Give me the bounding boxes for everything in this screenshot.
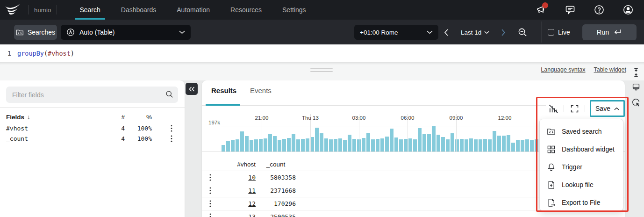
kebab-menu-icon[interactable] bbox=[202, 187, 219, 194]
brand-name[interactable]: humio bbox=[34, 7, 51, 14]
histogram-bar[interactable] bbox=[348, 135, 351, 152]
histogram-bar[interactable] bbox=[292, 134, 295, 152]
histogram-bar[interactable] bbox=[376, 139, 379, 152]
histogram-bar[interactable] bbox=[408, 138, 412, 152]
histogram-bar[interactable] bbox=[362, 138, 365, 152]
histogram-bar[interactable] bbox=[287, 138, 291, 152]
histogram-bar[interactable] bbox=[334, 139, 337, 152]
histogram-bar[interactable] bbox=[432, 126, 436, 152]
histogram-bar[interactable] bbox=[320, 133, 323, 152]
nav-item-resources[interactable]: Resources bbox=[220, 0, 272, 20]
menu-item-saved-search[interactable]: Saved search bbox=[540, 123, 623, 140]
histogram-bar[interactable] bbox=[413, 139, 417, 152]
histogram-bar[interactable] bbox=[479, 139, 482, 152]
count-column-header[interactable]: _count bbox=[256, 161, 296, 168]
vhost-value-link[interactable]: 13 bbox=[219, 213, 256, 217]
crowdstrike-falcon-logo[interactable] bbox=[5, 3, 22, 16]
sort-down-icon[interactable]: ↓ bbox=[27, 114, 30, 121]
histogram-bar[interactable] bbox=[278, 140, 281, 152]
menu-item-dashboard-widget[interactable]: Dashboard widget bbox=[540, 140, 623, 158]
announcements-icon[interactable] bbox=[536, 4, 547, 15]
histogram-bar[interactable] bbox=[343, 140, 347, 152]
histogram-bar[interactable] bbox=[390, 129, 394, 152]
histogram-bar[interactable] bbox=[296, 139, 300, 152]
histogram-bar[interactable] bbox=[236, 139, 239, 152]
histogram-bar[interactable] bbox=[338, 138, 342, 152]
menu-item-export-to-file[interactable]: Export to File bbox=[540, 194, 623, 211]
fields-header-label[interactable]: Fields bbox=[6, 114, 24, 121]
time-back-button[interactable] bbox=[444, 25, 449, 40]
nav-item-automation[interactable]: Automation bbox=[166, 0, 220, 20]
histogram-bar[interactable] bbox=[310, 137, 314, 152]
histogram-bar[interactable] bbox=[306, 138, 309, 152]
interactive-pointer-icon[interactable] bbox=[631, 97, 642, 108]
histogram-bar[interactable] bbox=[497, 136, 501, 152]
histogram-bar[interactable] bbox=[231, 140, 235, 152]
collapse-vertical-icon[interactable] bbox=[631, 67, 642, 79]
resize-handle[interactable] bbox=[310, 68, 333, 74]
time-forward-button[interactable] bbox=[501, 25, 506, 40]
table-row[interactable]: 13 2500535 bbox=[202, 210, 625, 217]
histogram-bar[interactable] bbox=[264, 138, 267, 152]
field-row[interactable]: _count 4 100% bbox=[0, 133, 185, 144]
histogram-bar[interactable] bbox=[441, 137, 445, 152]
histogram-bar[interactable] bbox=[525, 139, 529, 152]
histogram-bar[interactable] bbox=[254, 139, 258, 152]
save-button[interactable]: Save bbox=[590, 100, 625, 117]
histogram-bar[interactable] bbox=[245, 136, 249, 152]
nav-item-settings[interactable]: Settings bbox=[272, 0, 316, 20]
run-button[interactable]: Run bbox=[582, 24, 637, 40]
histogram-bar[interactable] bbox=[488, 139, 492, 152]
histogram-bar[interactable] bbox=[436, 135, 440, 152]
tab-events[interactable]: Events bbox=[250, 87, 272, 94]
histogram-bar[interactable] bbox=[474, 139, 478, 152]
histogram-bar[interactable] bbox=[535, 139, 538, 152]
field-name[interactable]: #vhost bbox=[0, 125, 108, 132]
kebab-menu-icon[interactable] bbox=[158, 125, 185, 132]
menu-item-trigger[interactable]: Trigger bbox=[540, 158, 623, 176]
histogram-bar[interactable] bbox=[329, 139, 333, 152]
histogram-bar[interactable] bbox=[222, 145, 225, 152]
histogram-bar[interactable] bbox=[493, 131, 496, 152]
histogram-bar[interactable] bbox=[422, 134, 426, 152]
query-text[interactable]: groupBy(#vhost) bbox=[17, 50, 74, 57]
field-row[interactable]: #vhost 4 100% bbox=[0, 123, 185, 133]
histogram-bar[interactable] bbox=[282, 139, 286, 152]
histogram-bar[interactable] bbox=[507, 135, 510, 152]
fullscreen-icon[interactable] bbox=[569, 103, 580, 114]
zoom-out-time-icon[interactable] bbox=[518, 25, 528, 40]
histogram-bar[interactable] bbox=[511, 143, 515, 152]
histogram-bar[interactable] bbox=[301, 139, 305, 152]
feedback-icon[interactable] bbox=[565, 4, 576, 15]
filter-fields-input[interactable] bbox=[6, 87, 178, 103]
histogram-bar[interactable] bbox=[516, 140, 520, 152]
histogram-bar[interactable] bbox=[385, 137, 389, 152]
histogram-bar[interactable] bbox=[451, 133, 454, 152]
vhost-value-link[interactable]: 12 bbox=[219, 200, 256, 207]
tab-results[interactable]: Results bbox=[211, 87, 236, 94]
timezone-select[interactable]: +01:00 Rome bbox=[354, 25, 438, 40]
vhost-value-link[interactable]: 11 bbox=[219, 187, 256, 194]
histogram-bar[interactable] bbox=[380, 138, 384, 152]
help-icon[interactable] bbox=[594, 4, 605, 15]
histogram-bar[interactable] bbox=[460, 139, 464, 152]
histogram-bar[interactable] bbox=[399, 139, 403, 152]
field-name[interactable]: _count bbox=[0, 135, 108, 142]
histogram-bar[interactable] bbox=[315, 128, 319, 152]
table-widget-link[interactable]: Table widget bbox=[594, 66, 627, 73]
account-icon[interactable] bbox=[623, 4, 634, 15]
histogram-bar[interactable] bbox=[521, 140, 524, 152]
histogram-bar[interactable] bbox=[226, 141, 230, 152]
collapse-fields-panel-button[interactable] bbox=[186, 83, 198, 95]
histogram-bar[interactable] bbox=[530, 140, 534, 152]
kebab-menu-icon[interactable] bbox=[202, 213, 219, 217]
nav-item-dashboards[interactable]: Dashboards bbox=[111, 0, 167, 20]
histogram-bar[interactable] bbox=[404, 139, 408, 152]
searches-button[interactable]: Searches bbox=[14, 25, 57, 40]
histogram-bar[interactable] bbox=[240, 131, 244, 152]
live-toggle[interactable]: Live bbox=[548, 25, 570, 40]
histogram-bar[interactable] bbox=[366, 133, 370, 152]
histogram-bar[interactable] bbox=[250, 140, 253, 152]
histogram-bar[interactable] bbox=[469, 138, 473, 152]
histogram-bar[interactable] bbox=[394, 137, 398, 152]
